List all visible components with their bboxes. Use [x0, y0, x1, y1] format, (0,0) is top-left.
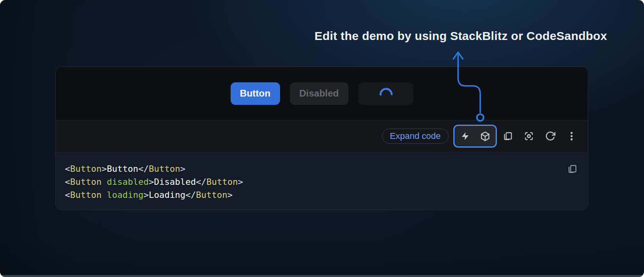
- expand-code-button[interactable]: Expand code: [382, 129, 449, 144]
- stackblitz-bolt-icon: [460, 131, 470, 141]
- code-block: <Button>Button</Button><Button disabled>…: [56, 152, 588, 210]
- edit-online-highlight-box: [453, 125, 497, 148]
- code-lines: <Button>Button</Button><Button disabled>…: [65, 162, 243, 201]
- copy-icon: [566, 163, 578, 175]
- code-line: <Button>Button</Button>: [65, 162, 243, 175]
- codesandbox-cube-icon: [480, 131, 491, 142]
- demo-button-loading[interactable]: [358, 82, 413, 105]
- annotation-heading: Edit the demo by using StackBlitz or Cod…: [314, 29, 607, 43]
- stackblitz-button[interactable]: [459, 130, 471, 142]
- more-kebab-icon: [566, 131, 577, 142]
- demo-toolbar: Expand code: [56, 120, 588, 152]
- bottom-edge-strip: [0, 275, 644, 277]
- scan-focus-button[interactable]: [523, 130, 535, 142]
- demo-button-disabled[interactable]: Disabled: [290, 82, 349, 105]
- demo-preview-area: Button Disabled: [56, 67, 588, 120]
- demo-card: Button Disabled Expand code: [55, 66, 588, 210]
- demo-button-primary[interactable]: Button: [231, 82, 280, 105]
- loading-spinner-icon: [358, 82, 413, 105]
- codesandbox-button[interactable]: [479, 130, 491, 142]
- code-line: <Button disabled>Disabled</Button>: [65, 175, 243, 188]
- scan-focus-icon: [523, 131, 534, 142]
- refresh-icon: [545, 131, 556, 142]
- refresh-button[interactable]: [544, 130, 556, 142]
- more-options-button[interactable]: [566, 130, 578, 142]
- code-copy-button[interactable]: [566, 163, 578, 175]
- demo-page: Edit the demo by using StackBlitz or Cod…: [0, 0, 644, 277]
- copy-code-button[interactable]: [502, 130, 513, 142]
- copy-icon: [502, 131, 513, 142]
- code-line: <Button loading>Loading</Button>: [65, 188, 243, 201]
